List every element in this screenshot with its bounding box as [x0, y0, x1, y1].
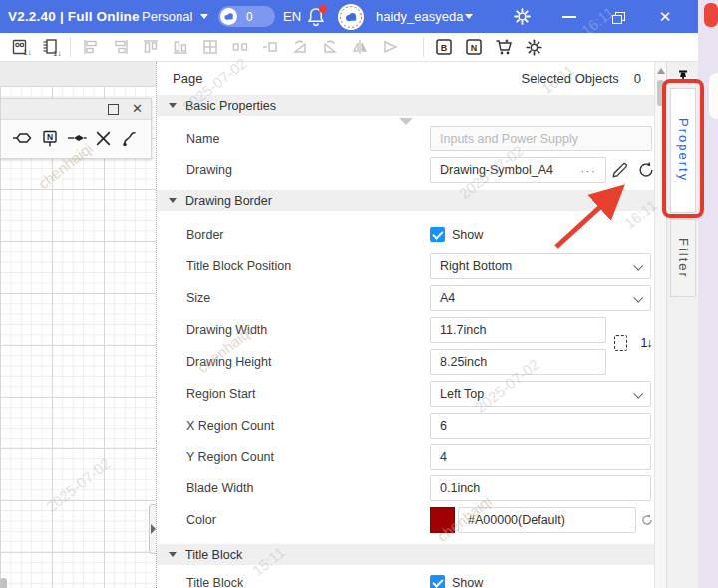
panel-collapse-arrow[interactable] — [399, 118, 413, 125]
border-show-label: Show — [452, 228, 483, 242]
toolbar-settings-gear-icon[interactable] — [523, 36, 544, 58]
minimize-button[interactable] — [554, 0, 584, 33]
x-region-count-input[interactable]: 6 — [430, 413, 651, 439]
palette-title-bar[interactable]: ✕ — [1, 99, 151, 120]
svg-text:B: B — [441, 43, 448, 53]
row-drawing-width: Drawing Width 11.7inch — [157, 317, 655, 343]
pin-icon[interactable] — [12, 128, 33, 151]
user-avatar[interactable] — [338, 4, 364, 30]
drawing-width-input[interactable]: 11.7inch — [430, 317, 606, 343]
row-drawing-height: Drawing Height 8.25inch — [157, 349, 655, 375]
no-connect-icon[interactable] — [94, 129, 113, 151]
workspace-menu[interactable]: Personal — [142, 0, 192, 33]
name-label: Name — [186, 132, 219, 146]
section-basic-properties[interactable]: Basic Properties — [157, 95, 655, 116]
tab-filter[interactable]: Filter — [670, 219, 696, 297]
align-grid-icon — [199, 36, 221, 58]
chevron-down-icon — [200, 14, 208, 19]
language-button[interactable]: EN — [283, 0, 301, 33]
title-block-show-checkbox[interactable] — [430, 575, 445, 588]
distribute-vertical-icon — [259, 36, 281, 58]
probe-icon[interactable] — [120, 128, 140, 151]
y-region-count-input[interactable]: 4 — [430, 444, 651, 470]
bom-icon[interactable]: B — [433, 36, 455, 58]
distribute-horizontal-icon — [229, 36, 251, 58]
name-input[interactable] — [430, 126, 652, 151]
border-show-checkbox[interactable] — [430, 227, 445, 242]
section-collapse-icon — [169, 103, 177, 108]
chevron-down-icon — [633, 388, 643, 398]
palette-body: N — [1, 120, 151, 159]
close-icon: ✕ — [659, 8, 672, 26]
desktop-red-widget — [704, 3, 718, 27]
row-y-region-count: Y Region Count 4 — [157, 444, 655, 470]
panel-title: Page — [173, 71, 202, 86]
net-label-icon[interactable]: N — [40, 128, 60, 151]
region-start-label: Region Start — [186, 387, 255, 401]
flip-vertical-icon — [379, 36, 401, 58]
close-button[interactable]: ✕ — [650, 0, 680, 33]
drawing-height-input[interactable]: 8.25inch — [430, 349, 606, 375]
size-select[interactable]: A4 — [430, 285, 651, 311]
drawing-height-label: Drawing Height — [186, 355, 271, 369]
scroll-up-arrow[interactable] — [657, 68, 665, 74]
title-block-position-label: Title Block Position — [186, 259, 291, 273]
app-window: V2.2.40 | Full Online Personal 0 EN haid… — [0, 0, 718, 588]
section-title-block[interactable]: Title Block — [157, 544, 655, 565]
restore-button[interactable] — [602, 0, 632, 33]
rotate-ccw-icon — [289, 36, 311, 58]
y-region-count-label: Y Region Count — [186, 450, 274, 464]
rotate-cw-icon — [319, 36, 341, 58]
chevron-down-icon — [633, 292, 643, 302]
color-input[interactable]: #A00000(Default) — [458, 507, 636, 533]
net-flag-icon[interactable] — [67, 128, 87, 151]
row-region-start: Region Start Left Top — [157, 381, 655, 407]
annotation-arrow — [538, 174, 638, 259]
row-x-region-count: X Region Count 6 — [157, 413, 655, 439]
selected-objects-label: Selected Objects — [521, 71, 618, 86]
x-region-count-label: X Region Count — [186, 419, 274, 433]
row-title-block: Title Block Show — [157, 570, 655, 588]
color-reset-icon[interactable] — [639, 512, 655, 528]
restore-icon — [612, 12, 623, 22]
selected-objects-count: 0 — [634, 71, 641, 86]
coin-balance-button[interactable]: 0 — [218, 6, 275, 27]
title-block-label: Title Block — [186, 576, 243, 588]
blade-width-input[interactable]: 0.1inch — [430, 475, 651, 501]
ic-order-icon[interactable]: 1↓ — [40, 36, 62, 58]
netlist-icon[interactable]: N — [463, 36, 485, 58]
row-name: Name — [157, 126, 655, 151]
align-right-icon — [110, 36, 132, 58]
fit-size-icon[interactable] — [608, 331, 632, 355]
color-swatch[interactable] — [430, 507, 455, 533]
section-collapse-icon — [169, 198, 177, 203]
drawing-width-label: Drawing Width — [186, 323, 267, 337]
app-version-label: V2.2.40 | Full Online — [8, 0, 140, 33]
svg-text:1↓: 1↓ — [23, 48, 31, 57]
username-menu[interactable]: haidy_easyeda — [376, 0, 463, 33]
region-start-select[interactable]: Left Top — [430, 381, 651, 407]
drawing-label: Drawing — [186, 163, 232, 177]
coin-count: 0 — [246, 10, 253, 24]
chevron-down-icon — [633, 260, 643, 270]
toolbar-separator — [70, 37, 71, 57]
svg-text:N: N — [47, 132, 53, 142]
annotation-highlight-box — [662, 79, 704, 218]
footprint-order-icon[interactable]: 1↓ — [10, 36, 32, 58]
palette-close-icon[interactable]: ✕ — [132, 100, 143, 118]
svg-text:1↓: 1↓ — [53, 49, 61, 58]
toolbar-separator — [423, 37, 424, 57]
title-bar: V2.2.40 | Full Online Personal 0 EN haid… — [0, 0, 698, 33]
notifications-bell-icon[interactable] — [307, 7, 327, 27]
floating-tool-palette: ✕ N — [0, 98, 152, 159]
row-color: Color #A00000(Default) — [157, 507, 655, 533]
desktop-white-widget — [709, 73, 718, 119]
canvas-grid[interactable] — [0, 86, 156, 588]
settings-gear-icon[interactable] — [513, 7, 532, 26]
cart-icon[interactable] — [493, 36, 515, 58]
border-label: Border — [186, 228, 224, 242]
schematic-canvas[interactable]: ✕ N — [0, 62, 156, 588]
main-toolbar: 1↓ 1↓ — [0, 33, 698, 62]
palette-maximize-icon[interactable] — [108, 104, 119, 115]
canvas-left-scrollbar-thumb[interactable] — [0, 578, 7, 588]
